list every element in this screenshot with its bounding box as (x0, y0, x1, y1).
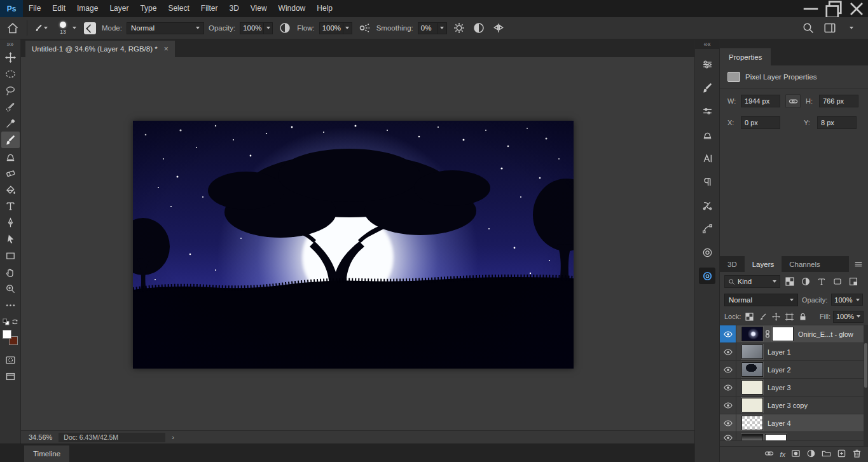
toolbar-expand-icon[interactable]: »» (0, 39, 20, 49)
blend-mode-select[interactable]: Normal (127, 22, 204, 34)
opacity-input[interactable]: 100% (240, 22, 264, 34)
collapse-panels-icon[interactable]: «« (695, 39, 719, 49)
search-icon[interactable] (801, 20, 816, 36)
quick-mask-icon[interactable] (1, 351, 20, 368)
paint-bucket-tool[interactable] (1, 181, 20, 198)
pressure-opacity-icon[interactable] (277, 20, 293, 36)
menu-image[interactable]: Image (71, 0, 104, 17)
hand-tool[interactable] (1, 264, 20, 280)
lock-artboard-icon[interactable] (785, 312, 794, 322)
visibility-toggle[interactable] (720, 379, 736, 396)
filter-type-icon[interactable] (815, 276, 828, 287)
tab-3d[interactable]: 3D (720, 256, 745, 272)
zoom-tool[interactable] (1, 280, 20, 297)
layer-thumbnail[interactable] (741, 416, 763, 430)
layer-thumbnail[interactable] (741, 398, 763, 412)
layers-scrollbar[interactable] (864, 325, 868, 446)
menu-select[interactable]: Select (162, 0, 195, 17)
layer-blend-mode-select[interactable]: Normal (724, 294, 798, 306)
link-dimensions-button[interactable] (785, 94, 801, 108)
layer-opacity-field[interactable]: 100% (831, 294, 863, 306)
airbrush-icon[interactable] (357, 20, 372, 36)
flow-input[interactable]: 100% (319, 22, 343, 34)
lock-all-icon[interactable] (798, 312, 808, 322)
layer-mask-thumbnail[interactable] (772, 327, 794, 341)
add-mask-icon[interactable] (791, 449, 801, 460)
layer-thumbnail[interactable] (741, 434, 763, 441)
smoothing-input[interactable]: 0% (418, 22, 438, 34)
visibility-toggle[interactable] (720, 361, 736, 378)
width-field[interactable]: 1944 px (741, 95, 780, 107)
menu-help[interactable]: Help (311, 0, 338, 17)
clone-stamp-tool[interactable] (1, 148, 20, 165)
flow-dropdown-button[interactable] (343, 22, 352, 34)
home-icon[interactable] (5, 20, 20, 36)
new-group-icon[interactable] (822, 449, 831, 460)
active-panel-icon[interactable] (699, 268, 715, 284)
tab-layers[interactable]: Layers (745, 256, 782, 272)
layer-row[interactable]: Oniric_E...t - glow (720, 325, 868, 343)
menu-view[interactable]: View (245, 0, 273, 17)
y-field[interactable]: 8 px (817, 116, 857, 129)
layer-effects-icon[interactable]: fx (780, 451, 785, 458)
visibility-toggle[interactable] (720, 414, 736, 431)
fill-field[interactable]: 100% (833, 311, 864, 323)
quick-selection-tool[interactable] (1, 99, 20, 115)
layer-row[interactable]: Layer 4 (720, 414, 868, 432)
tab-properties[interactable]: Properties (720, 48, 771, 65)
layer-thumbnail[interactable] (741, 362, 763, 377)
symmetry-butterfly-icon[interactable] (491, 20, 506, 36)
filter-smart-object-icon[interactable] (847, 276, 860, 287)
lock-pixels-icon[interactable] (758, 312, 768, 322)
lasso-tool[interactable] (1, 82, 20, 99)
delete-layer-icon[interactable] (852, 449, 862, 460)
filter-pixel-icon[interactable] (783, 276, 796, 287)
layer-row[interactable]: Layer 1 (720, 343, 868, 361)
glyphs-panel-icon[interactable] (699, 197, 715, 214)
timeline-tab[interactable]: Timeline (24, 445, 69, 462)
gear-icon[interactable] (451, 20, 467, 36)
minimize-button[interactable] (799, 0, 822, 17)
foreground-color-swatch[interactable] (3, 330, 11, 339)
layer-thumbnail[interactable] (741, 344, 763, 359)
layer-row[interactable] (720, 432, 868, 441)
document-tab[interactable]: Untitled-1 @ 34.6% (Layer 4, RGB/8) * × (25, 41, 175, 57)
layer-thumbnail[interactable] (741, 380, 763, 395)
swatches-panel-icon[interactable] (699, 126, 715, 143)
panel-menu-icon[interactable] (849, 256, 868, 272)
toggle-brush-settings-button[interactable] (82, 20, 97, 36)
eyedropper-tool[interactable] (1, 115, 20, 132)
layer-name[interactable]: Oniric_E...t - glow (798, 330, 853, 338)
lock-position-icon[interactable] (771, 312, 781, 322)
tab-channels[interactable]: Channels (782, 256, 828, 272)
screen-mode-icon[interactable] (1, 368, 20, 384)
document-size-field[interactable]: Doc: 6.43M/42.5M (59, 433, 165, 442)
libraries-panel-icon[interactable] (699, 244, 715, 261)
layer-name[interactable]: Layer 3 copy (768, 402, 808, 409)
ellipse-marquee-tool[interactable] (1, 65, 20, 82)
canvas-image[interactable] (133, 121, 574, 369)
chevron-down-icon[interactable] (844, 20, 859, 36)
layer-name[interactable]: Layer 2 (768, 366, 791, 374)
brush-tool[interactable] (1, 132, 20, 148)
status-chevron-icon[interactable]: › (172, 433, 174, 441)
brush-settings-panel-icon[interactable] (699, 79, 715, 96)
type-tool[interactable] (1, 198, 20, 214)
restore-button[interactable] (822, 0, 845, 17)
smoothing-dropdown-button[interactable] (438, 22, 447, 34)
menu-edit[interactable]: Edit (46, 0, 71, 17)
menu-window[interactable]: Window (273, 0, 312, 17)
adjustments-panel-icon[interactable] (699, 56, 715, 72)
filter-kind-select[interactable]: Kind (724, 275, 780, 288)
paragraph-panel-icon[interactable] (699, 173, 715, 190)
link-layers-icon[interactable] (764, 449, 774, 460)
visibility-toggle[interactable] (720, 325, 736, 343)
visibility-toggle[interactable] (720, 397, 736, 414)
canvas-area[interactable]: 34.56% Doc: 6.43M/42.5M › (21, 57, 694, 444)
new-layer-icon[interactable] (837, 449, 846, 460)
filter-shape-icon[interactable] (831, 276, 844, 287)
pressure-size-icon[interactable] (471, 20, 486, 36)
visibility-toggle[interactable] (720, 432, 736, 440)
x-field[interactable]: 0 px (741, 116, 780, 129)
default-colors-icon[interactable] (3, 318, 10, 327)
